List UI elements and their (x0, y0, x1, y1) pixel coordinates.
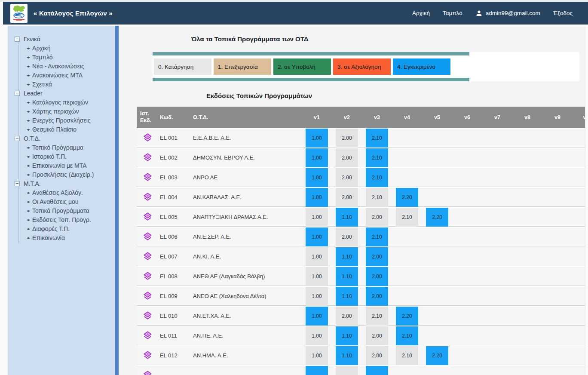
version-cell[interactable]: 2.00 (366, 267, 388, 286)
version-cell[interactable] (366, 366, 388, 375)
version-cell[interactable]: 2.10 (366, 129, 388, 148)
version-cell[interactable]: 2.20 (396, 307, 418, 326)
collapse-icon[interactable] (15, 181, 20, 186)
history-cell[interactable] (137, 267, 158, 286)
legend-status-2[interactable]: 2. σε Υποβολή (273, 58, 331, 75)
version-cell[interactable]: 2.10 (366, 188, 388, 207)
version-cell[interactable]: 2.10 (366, 307, 388, 326)
sidebar-item[interactable]: ◂▸ Αρχική (8, 43, 115, 52)
history-cell[interactable] (137, 307, 158, 325)
sidebar-item[interactable]: ◂▸ Τοπικό Πρόγραμμα (8, 143, 115, 152)
version-cell[interactable]: 2.00 (336, 307, 358, 326)
version-cell[interactable]: 2.20 (426, 346, 448, 365)
version-cell[interactable]: 2.00 (366, 326, 388, 345)
legend-status-0[interactable]: 0. Κατάργηση (154, 58, 211, 75)
version-cell[interactable]: 1.10 (336, 247, 358, 266)
version-cell[interactable]: 1.00 (306, 148, 328, 167)
history-cell[interactable] (137, 129, 158, 147)
version-cell[interactable]: 1.00 (306, 267, 328, 286)
nav-user[interactable]: admin99@gmail.com (475, 9, 540, 17)
version-cell[interactable]: 1.10 (336, 267, 358, 286)
version-cell[interactable]: 1.00 (306, 307, 328, 326)
version-cell[interactable]: 1.10 (336, 208, 358, 227)
version-cell[interactable]: 2.10 (366, 227, 388, 246)
sidebar-item[interactable]: ◂▸ Προσκλήσεις (Διαχείρ.) (8, 170, 115, 179)
version-cell[interactable]: 1.00 (306, 188, 328, 207)
tree-node-icon: ◂▸ (27, 73, 30, 77)
vertical-scrollbar[interactable] (585, 26, 588, 375)
version-cell[interactable]: 2.00 (336, 227, 358, 246)
version-cell[interactable]: 2.00 (336, 129, 358, 148)
version-cell[interactable]: 2.00 (336, 188, 358, 207)
sidebar-group-header[interactable]: Μ.Τ.Α. (8, 179, 115, 188)
version-cell[interactable]: 2.10 (396, 346, 418, 365)
sidebar-item[interactable]: ◂▸ Σχετικά (8, 80, 115, 89)
otd-code: EL 003 (158, 168, 191, 187)
nav-link-dashboard[interactable]: Ταμπλό (443, 10, 462, 16)
nav-link-home[interactable]: Αρχική (412, 10, 430, 16)
sidebar-item[interactable]: ◂▸ Ανακοινώσεις ΜΤΑ (8, 71, 115, 80)
version-cell[interactable]: 1.00 (306, 326, 328, 345)
history-cell[interactable] (137, 227, 158, 246)
history-cell[interactable] (137, 208, 158, 226)
version-cell[interactable]: 2.00 (366, 247, 388, 266)
sidebar-item-label: Επικοινωνία με ΜΤΑ (32, 162, 87, 169)
collapse-icon[interactable] (15, 37, 20, 42)
version-cell[interactable] (336, 366, 358, 375)
version-cell[interactable]: 1.00 (306, 227, 328, 246)
version-cell[interactable]: 1.00 (306, 346, 328, 365)
sidebar-item[interactable]: ◂▸ Επικοινωνία (8, 233, 115, 242)
legend-status-3[interactable]: 3. σε Αξιολόγηση (333, 58, 391, 75)
version-cell[interactable]: 1.00 (306, 208, 328, 227)
sidebar-item[interactable]: ◂▸ Οι Αναθέσεις μου (8, 197, 115, 206)
version-cell[interactable]: 1.10 (336, 287, 358, 306)
version-cell[interactable]: 2.10 (396, 326, 418, 345)
history-cell[interactable] (137, 346, 158, 365)
version-cell[interactable]: 1.10 (336, 326, 358, 345)
version-cell[interactable]: 1.00 (306, 168, 328, 187)
legend-status-4[interactable]: 4. Εγκεκριμένο (393, 58, 450, 75)
legend-status-1[interactable]: 1. Επεξεργασία (214, 58, 271, 75)
sidebar-item[interactable]: ◂▸ Τοπικά Προγράμματα (8, 206, 115, 215)
version-cell[interactable]: 1.00 (306, 247, 328, 266)
sidebar-item[interactable]: ◂▸ Ταμπλό (8, 52, 115, 61)
sidebar-item[interactable]: ◂▸ Θεσμικό Πλαίσιο (8, 125, 115, 134)
version-cell[interactable]: 2.20 (426, 208, 448, 227)
sidebar-item[interactable]: ◂▸ Διαφορές Τ.Π. (8, 224, 115, 233)
sidebar-item[interactable]: ◂▸ Χάρτης περιοχών (8, 107, 115, 116)
sidebar-group-header[interactable]: Leader (8, 89, 115, 98)
version-cell[interactable]: 2.10 (366, 148, 388, 167)
sidebar-item[interactable]: ◂▸ Κατάλογος περιοχών (8, 98, 115, 107)
collapse-icon[interactable] (15, 136, 20, 141)
history-cell[interactable] (137, 168, 158, 187)
history-cell[interactable] (137, 188, 158, 206)
sidebar-item[interactable]: ◂▸ Αναθέσεις Αξιολόγ. (8, 188, 115, 197)
version-cell[interactable]: 2.00 (366, 287, 388, 306)
sidebar-item[interactable]: ◂▸ Ενεργές Προσκλήσεις (8, 116, 115, 125)
version-cell[interactable]: 2.00 (366, 346, 388, 365)
version-cell[interactable]: 2.00 (336, 168, 358, 187)
history-cell[interactable] (137, 366, 158, 375)
sidebar-group-header[interactable]: Ο.Τ.Δ. (8, 134, 115, 143)
sidebar-item[interactable]: ◂▸ Ιστορικό Τ.Π. (8, 152, 115, 161)
history-cell[interactable] (137, 287, 158, 305)
collapse-icon[interactable] (15, 91, 20, 96)
version-cell[interactable]: 2.00 (336, 148, 358, 167)
version-cell[interactable]: 1.00 (306, 287, 328, 306)
nav-link-logout[interactable]: Έξοδος (553, 10, 573, 16)
version-cell[interactable]: 2.10 (396, 208, 418, 227)
sidebar-item[interactable]: ◂▸ Νέα - Ανακοινώσεις (8, 61, 115, 71)
version-cell[interactable]: 1.10 (336, 346, 358, 365)
sidebar-item[interactable]: ◂▸ Επικοινωνία με ΜΤΑ (8, 161, 115, 170)
history-cell[interactable] (137, 326, 158, 345)
version-cell[interactable]: 2.10 (366, 168, 388, 187)
history-cell[interactable] (137, 247, 158, 266)
app-logo[interactable] (10, 4, 28, 23)
sidebar-item[interactable]: ◂▸ Εκδόσεις Τοπ. Προγρ. (8, 215, 115, 224)
sidebar-group-header[interactable]: Γενικά (8, 34, 115, 43)
version-cell[interactable]: 2.00 (366, 208, 388, 227)
version-cell[interactable]: 1.00 (306, 129, 328, 148)
history-cell[interactable] (137, 148, 158, 167)
version-cell[interactable] (306, 366, 328, 375)
version-cell[interactable]: 2.20 (396, 188, 418, 207)
